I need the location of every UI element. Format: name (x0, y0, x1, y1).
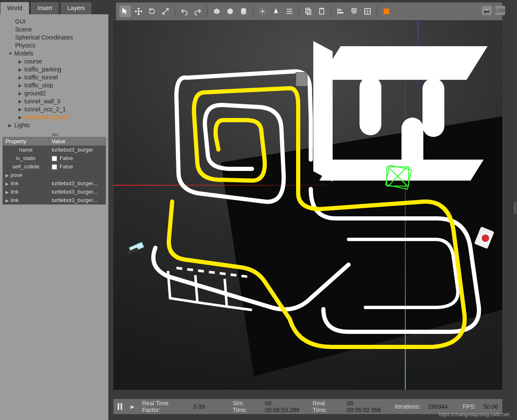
tree-scene[interactable]: Scene (0, 26, 108, 34)
tab-layers[interactable]: Layers (60, 2, 92, 14)
redo-button[interactable] (192, 5, 204, 17)
chevron-right-icon: ▶ (8, 121, 13, 129)
prop-row-link[interactable]: ▶link turtlebot3_burger... (3, 179, 106, 188)
watermark-text: https://zhangrelay.blog.csdn.net (438, 412, 509, 417)
screenshot-button[interactable]: 📷 (482, 6, 492, 15)
rotate-icon (148, 7, 156, 16)
tree-model-course[interactable]: ▶course (0, 58, 108, 66)
chevron-right-icon: ▶ (18, 89, 23, 97)
tree-model-traffic-tunnel[interactable]: ▶traffic_tunnel (0, 74, 108, 81)
real-time-label: Real Time: (313, 400, 339, 413)
svg-point-4 (262, 10, 264, 13)
log-icon: LOG (495, 8, 505, 13)
fps-label: FPS: (463, 403, 476, 410)
tree-spherical-coordinates[interactable]: Spherical Coordinates (0, 34, 108, 42)
left-panel-resize-handle[interactable] (108, 0, 113, 420)
svg-rect-18 (320, 8, 324, 14)
tree-model-ground2[interactable]: ▶ground2 (0, 89, 108, 97)
chevron-right-icon: ▶ (18, 74, 23, 81)
undo-button[interactable] (178, 5, 190, 17)
value-header: Value (49, 137, 106, 146)
toolbar-separator (207, 5, 207, 17)
tree-model-turtlebot3-burger[interactable]: ▶turtlebot3_burger (0, 113, 108, 121)
spot-light-icon (272, 7, 280, 16)
prop-row-is-static[interactable]: is_static False (3, 154, 106, 163)
prop-row-pose[interactable]: ▶pose (3, 171, 106, 179)
tree-physics[interactable]: Physics (0, 42, 108, 50)
tunnel-building (313, 46, 477, 176)
tree-model-tunnel-wall-3[interactable]: ▶tunnel_wall_3 (0, 97, 108, 105)
directional-light-button[interactable] (283, 5, 295, 17)
paste-button[interactable] (316, 5, 328, 17)
iterations-value: 296944 (428, 403, 448, 410)
chevron-right-icon: ▶ (18, 81, 23, 89)
tree-models[interactable]: ▼Models (0, 50, 108, 58)
svg-line-11 (264, 9, 265, 10)
chevron-right-icon: ▶ (5, 173, 9, 178)
prop-row-name[interactable]: name turtlebot3_burger (3, 146, 106, 154)
scale-tool-button[interactable] (160, 5, 171, 17)
svg-rect-16 (306, 8, 309, 13)
insert-sphere-button[interactable] (224, 5, 236, 17)
cube-icon (213, 7, 221, 16)
record-button[interactable] (381, 5, 392, 17)
chevron-down-icon: ▼ (8, 50, 13, 58)
chevron-right-icon: ▶ (18, 113, 23, 121)
magnet-icon (350, 7, 358, 16)
insert-box-button[interactable] (211, 5, 223, 17)
svg-point-0 (227, 8, 233, 14)
tab-world[interactable]: World (0, 2, 29, 14)
align-icon (336, 7, 345, 16)
paste-icon (318, 7, 326, 16)
is-static-checkbox[interactable] (52, 156, 57, 161)
translate-tool-button[interactable] (133, 5, 144, 17)
panel-splitter[interactable] (0, 133, 108, 137)
log-button[interactable]: LOG (495, 6, 505, 15)
tree-model-traffic-stop[interactable]: ▶traffic_stop (0, 81, 108, 89)
svg-rect-17 (307, 10, 311, 15)
svg-rect-24 (383, 8, 389, 14)
wireframe-box (386, 166, 409, 186)
prop-row-self-collide[interactable]: self_collide False (3, 163, 106, 171)
move-icon (134, 7, 143, 16)
tree-lights[interactable]: ▶Lights (0, 121, 108, 129)
undo-icon (180, 7, 189, 16)
self-collide-checkbox[interactable] (52, 164, 57, 170)
turtlebot-model (127, 242, 145, 257)
real-time-value: 00 00:05:02.956 (347, 400, 387, 413)
right-panel-toggle[interactable] (514, 202, 517, 214)
cylinder-icon (239, 7, 248, 16)
transparent-button[interactable] (362, 5, 373, 17)
insert-cylinder-button[interactable] (238, 5, 249, 17)
chevron-right-icon: ▶ (18, 58, 23, 66)
chevron-right-icon: ▶ (5, 198, 9, 203)
pause-button[interactable] (118, 403, 123, 410)
toolbar-separator (299, 5, 299, 17)
copy-button[interactable] (302, 5, 314, 17)
prop-row-link[interactable]: ▶link turtlebot3_burger... (3, 196, 106, 205)
tab-insert[interactable]: Insert (30, 2, 59, 14)
svg-rect-22 (339, 12, 344, 13)
toolbar-separator (331, 5, 331, 17)
3d-viewport[interactable] (113, 21, 502, 390)
tree-model-traffic-parking[interactable]: ▶traffic_parking (0, 66, 108, 74)
transparent-icon (363, 7, 372, 16)
tree-gui[interactable]: GUI (0, 18, 108, 26)
left-panel: World Insert Layers GUI Scene Spherical … (0, 0, 108, 420)
select-tool-button[interactable] (119, 5, 131, 17)
spot-light-button[interactable] (270, 5, 282, 17)
svg-line-9 (260, 9, 261, 10)
record-icon (382, 7, 391, 16)
prop-row-link[interactable]: ▶link turtlebot3_burger... (3, 188, 106, 196)
step-button[interactable]: ▸ (131, 402, 134, 411)
chevron-right-icon: ▶ (5, 181, 9, 186)
viewport-overlay-icons: 📷 LOG (482, 6, 505, 15)
tree-model-tunnel-occ-2-1[interactable]: ▶tunnel_occ_2_1 (0, 105, 108, 113)
rotate-tool-button[interactable] (146, 5, 158, 17)
rtf-label: Real Time Factor: (142, 400, 186, 413)
point-light-button[interactable] (257, 5, 268, 17)
property-table: Property Value name turtlebot3_burger is… (3, 137, 106, 205)
align-button[interactable] (335, 5, 346, 17)
directional-light-icon (285, 7, 294, 16)
snap-button[interactable] (348, 5, 360, 17)
